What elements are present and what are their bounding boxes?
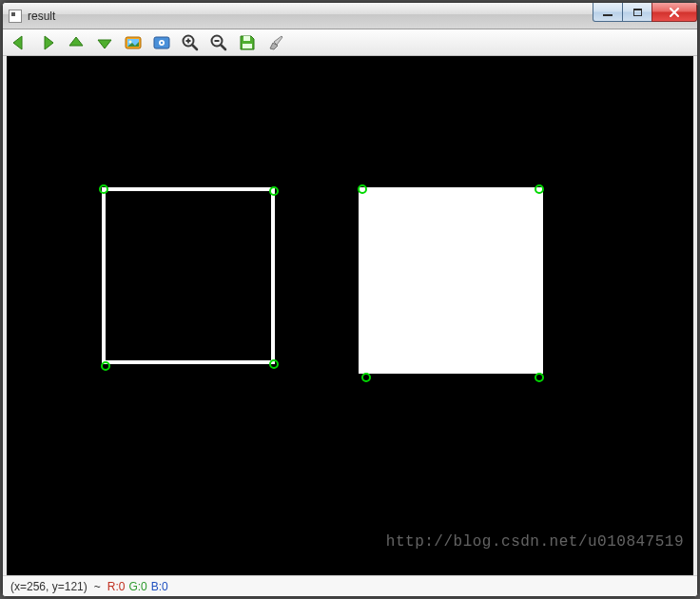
window-title: result bbox=[28, 10, 55, 23]
view-icon bbox=[152, 33, 171, 52]
arrow-up-icon bbox=[67, 33, 86, 52]
corner-marker bbox=[101, 361, 110, 371]
arrow-down-icon bbox=[95, 33, 114, 52]
toolbar bbox=[3, 29, 697, 56]
window-buttons bbox=[593, 3, 697, 22]
zoom-in-button[interactable] bbox=[180, 32, 201, 53]
corner-marker bbox=[358, 184, 367, 194]
svg-rect-13 bbox=[243, 36, 250, 41]
cursor-coords: (x=256, y=121) bbox=[10, 580, 88, 593]
maximize-icon bbox=[633, 9, 642, 16]
close-icon bbox=[669, 7, 680, 18]
status-bar: (x=256, y=121) ~ R:0 G:0 B:0 bbox=[3, 575, 697, 596]
image-button[interactable] bbox=[123, 32, 144, 53]
watermark: http://blog.csdn.net/u010847519 bbox=[386, 533, 684, 551]
minimize-button[interactable] bbox=[593, 3, 623, 22]
image-canvas[interactable]: http://blog.csdn.net/u010847519 bbox=[7, 56, 693, 575]
pixel-r: R:0 bbox=[107, 580, 126, 593]
view-button[interactable] bbox=[151, 32, 172, 53]
image-icon bbox=[124, 33, 143, 52]
minimize-icon bbox=[603, 14, 612, 16]
arrow-right-icon bbox=[38, 33, 57, 52]
svg-point-5 bbox=[161, 41, 163, 43]
back-button[interactable] bbox=[9, 32, 29, 53]
close-button[interactable] bbox=[651, 3, 697, 22]
corner-marker bbox=[99, 184, 108, 194]
corner-marker bbox=[361, 373, 371, 382]
separator: ~ bbox=[94, 580, 101, 593]
forward-button[interactable] bbox=[37, 32, 58, 53]
corner-marker bbox=[535, 184, 544, 194]
brush-button[interactable] bbox=[265, 32, 286, 53]
arrow-left-icon bbox=[10, 33, 29, 52]
svg-line-11 bbox=[221, 45, 225, 49]
corner-marker bbox=[269, 359, 279, 369]
zoom-out-button[interactable] bbox=[208, 32, 229, 53]
filled-square bbox=[359, 187, 543, 374]
pixel-b: B:0 bbox=[151, 580, 168, 593]
titlebar: result bbox=[3, 3, 697, 29]
outline-square bbox=[102, 187, 275, 364]
svg-rect-14 bbox=[243, 44, 252, 48]
maximize-button[interactable] bbox=[622, 3, 652, 22]
app-icon bbox=[9, 10, 22, 23]
zoom-out-icon bbox=[209, 33, 228, 52]
up-button[interactable] bbox=[66, 32, 87, 53]
save-icon bbox=[238, 33, 257, 52]
down-button[interactable] bbox=[94, 32, 115, 53]
zoom-in-icon bbox=[181, 33, 200, 52]
pixel-g: G:0 bbox=[128, 580, 146, 593]
save-button[interactable] bbox=[237, 32, 258, 53]
svg-point-2 bbox=[129, 40, 132, 43]
brush-icon bbox=[266, 33, 285, 52]
svg-line-7 bbox=[192, 45, 197, 49]
corner-marker bbox=[535, 373, 544, 382]
app-window: result bbox=[2, 2, 698, 597]
corner-marker bbox=[269, 186, 279, 196]
